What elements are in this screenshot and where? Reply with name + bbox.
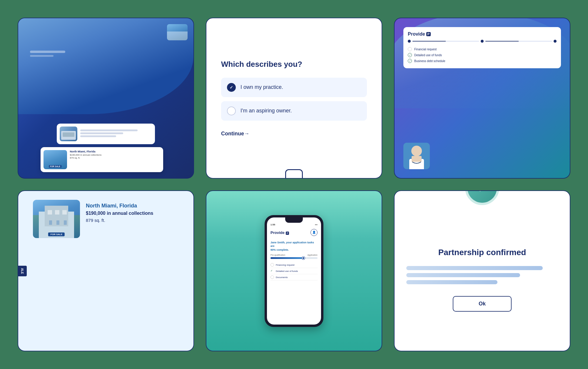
ok-button[interactable]: Ok [453, 296, 512, 312]
phone-task-circle-2 [270, 275, 274, 279]
property-details: North Miami, Florida $190,000 in annual … [86, 200, 185, 223]
property-card-small [57, 124, 155, 144]
skeleton-line-3 [406, 280, 497, 284]
property-collections-small: $190,000 in annual collections [70, 154, 160, 156]
phone-header: Provide P 👤 [267, 228, 321, 238]
phone-task-check-1: ✓ [270, 269, 274, 273]
skeleton-lines [406, 266, 558, 287]
option-own[interactable]: I own my practice. [221, 78, 367, 97]
card-property-detail: ALE FOR SALE North Mi [18, 190, 194, 351]
skeleton-line-2 [406, 273, 520, 277]
phone-provide-name: Provide P [270, 230, 289, 235]
phone-task-1[interactable]: ✓ Detailed use of funds [270, 268, 318, 274]
option-aspiring[interactable]: I'm an aspiring owner. [221, 101, 367, 121]
phone-task-circle-0 [270, 263, 274, 267]
checklist-item-2: ✓ Business debt schedule [408, 58, 557, 64]
phone-mockup: 1:55 ▪▪▪ Provide P 👤 Jane Smith, your ap… [265, 215, 323, 327]
phone-provide-badge: P [286, 232, 289, 235]
checklist-check-2: ✓ [408, 59, 412, 63]
checkbox-aspiring[interactable] [227, 107, 236, 115]
checkbox-own[interactable] [227, 83, 236, 92]
property-collections-large: $190,000 in annual collections [86, 211, 185, 216]
card-provide-desktop: Provide P Financial request ✓ Detailed u… [394, 18, 570, 179]
phone-user-icon[interactable]: 👤 [310, 229, 318, 236]
provide-logo-badge: P [426, 32, 431, 36]
svg-rect-6 [48, 210, 52, 215]
phone-progress-labels: Pre-qualification Application [270, 254, 318, 256]
svg-rect-8 [62, 210, 67, 215]
continue-button[interactable]: Continue→ [221, 131, 367, 137]
card-mobile-app: 1:55 ▪▪▪ Provide P 👤 Jane Smith, your ap… [206, 190, 382, 351]
option-aspiring-label: I'm an aspiring owner. [240, 108, 292, 114]
svg-rect-11 [64, 220, 67, 225]
provide-panel: Provide P Financial request ✓ Detailed u… [403, 27, 561, 68]
checklist-check-1: ✓ [408, 53, 412, 57]
phone-content: Jane Smith, your application tasks are 9… [267, 238, 321, 283]
property-sqft-small: 879 sq. ft. [70, 157, 160, 159]
phone-notch [285, 217, 303, 223]
svg-rect-9 [49, 220, 52, 225]
phone-signal: ▪▪▪ [315, 223, 318, 226]
phone-progress: Pre-qualification Application [270, 254, 318, 259]
property-city-large: North Miami, Florida [86, 203, 185, 209]
card-partnership-confirmed: ✓ Partnership confirmed Ok [394, 190, 570, 351]
phone-progress-thumb [302, 257, 305, 260]
checklist-circle-0 [408, 47, 412, 51]
for-sale-badge-vertical: ALE [18, 266, 27, 276]
for-sale-label: FOR SALE [48, 232, 65, 236]
property-city-small: North Miami, Florida [70, 150, 160, 153]
check-circle-container: ✓ [467, 190, 497, 217]
progress-bar [408, 40, 557, 43]
phone-progress-fill [270, 257, 303, 259]
checklist-item-0: Financial request [408, 46, 557, 52]
provide-logo: Provide P [408, 31, 557, 37]
svg-point-1 [411, 146, 422, 156]
doctor-avatar [403, 143, 430, 169]
checklist-item-1: ✓ Detailed use of funds [408, 52, 557, 58]
phone-greeting: Jane Smith, your application tasks are 9… [270, 241, 318, 252]
phone-time: 1:55 [270, 223, 275, 226]
skeleton-line-1 [406, 266, 543, 270]
phone-progress-track [270, 257, 318, 259]
card-property-app: North Miami, Florida $190,000 in annual … [18, 18, 194, 179]
property-card-large: North Miami, Florida $190,000 in annual … [41, 147, 163, 172]
phone-screen: 1:55 ▪▪▪ Provide P 👤 Jane Smith, your ap… [267, 217, 321, 325]
phone-task-0[interactable]: Financing request [270, 262, 318, 268]
svg-rect-3 [412, 156, 422, 162]
property-sqft-large: 879 sq. ft. [86, 218, 185, 223]
phone-task-list: Financing request ✓ Detailed use of fund… [270, 262, 318, 280]
option-own-label: I own my practice. [240, 84, 283, 90]
card-quiz: Which describes you? I own my practice. … [206, 18, 382, 179]
quiz-title: Which describes you? [221, 60, 367, 69]
property-image-large: FOR SALE [33, 200, 80, 238]
phone-completion: 90% complete. [270, 248, 289, 251]
check-icon: ✓ [477, 190, 488, 195]
confirmed-title: Partnership confirmed [438, 248, 526, 257]
check-circle-large: ✓ [467, 190, 497, 203]
svg-rect-7 [55, 210, 59, 215]
phone-task-2[interactable]: Documents [270, 274, 318, 280]
svg-rect-10 [56, 220, 59, 225]
